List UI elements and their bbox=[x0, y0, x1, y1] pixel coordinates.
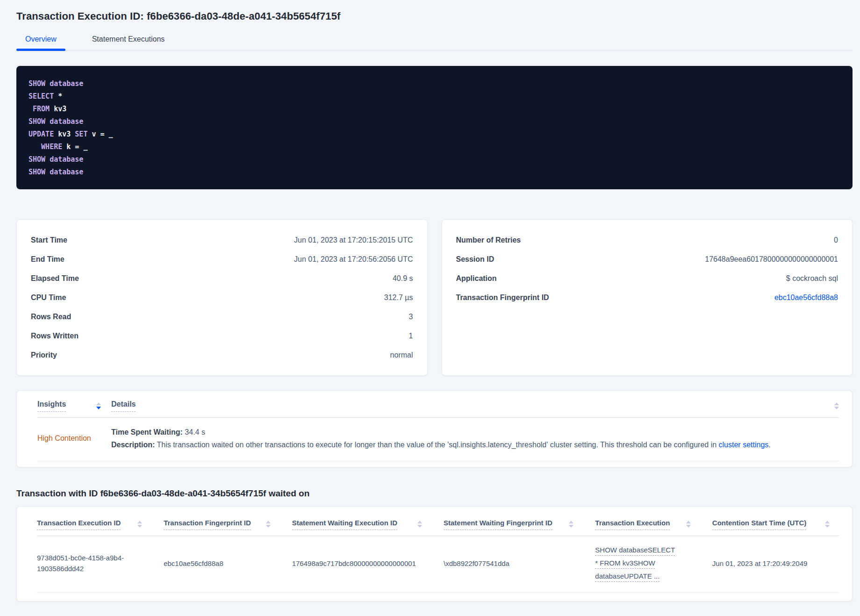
sql-line: SELECT * bbox=[29, 90, 840, 103]
stat-label: Start Time bbox=[31, 236, 67, 244]
stat-row: Rows Read 3 bbox=[31, 307, 413, 326]
sql-token: UPDATE bbox=[29, 130, 54, 138]
stat-row: Priority normal bbox=[31, 345, 413, 365]
details-column-label[interactable]: Details bbox=[111, 400, 136, 412]
column-header-insights[interactable]: Insights bbox=[37, 400, 111, 412]
column-header-statement-waiting-execution-id[interactable]: Statement Waiting Execution ID bbox=[292, 519, 444, 530]
sql-line: FROM kv3 bbox=[29, 103, 840, 115]
transaction-execution-statement-link[interactable]: SHOW databaseSELECT * FROM kv3SHOW datab… bbox=[595, 544, 679, 583]
sort-arrows-icon[interactable] bbox=[825, 521, 830, 528]
insight-badge: High Contention bbox=[37, 428, 111, 449]
stat-row: Elapsed Time 40.9 s bbox=[31, 269, 413, 288]
sql-token: FROM bbox=[29, 105, 50, 113]
tab-overview[interactable]: Overview bbox=[16, 35, 65, 50]
column-header-statement-waiting-fingerprint-id[interactable]: Statement Waiting Fingerprint ID bbox=[444, 519, 595, 530]
stat-label: Priority bbox=[31, 351, 57, 359]
sql-token: WHERE bbox=[41, 143, 62, 151]
stat-row: Rows Written 1 bbox=[31, 326, 413, 345]
column-header-transaction-execution[interactable]: Transaction Execution bbox=[595, 519, 712, 530]
sql-statements-box: SHOW databaseSELECT * FROM kv3SHOW datab… bbox=[16, 66, 853, 189]
sort-arrows-icon[interactable] bbox=[569, 521, 573, 528]
stat-value: Jun 01, 2023 at 17:20:15:2015 UTC bbox=[294, 236, 413, 244]
sql-line: SHOW database bbox=[29, 115, 840, 128]
cluster-settings-link[interactable]: cluster settings bbox=[719, 441, 769, 449]
sql-line: SHOW database bbox=[29, 153, 840, 166]
insights-table-card: Insights Details High Contention Time Sp… bbox=[16, 390, 853, 467]
sql-line: SHOW database bbox=[29, 78, 840, 90]
tab-statement-executions[interactable]: Statement Executions bbox=[83, 35, 174, 50]
stat-row: Application $ cockroach sql bbox=[456, 269, 838, 288]
insights-column-label[interactable]: Insights bbox=[37, 400, 66, 412]
sort-arrows-icon[interactable] bbox=[834, 402, 839, 409]
cell-contention-start-time: Jun 01, 2023 at 17:20:49:2049 bbox=[712, 559, 839, 567]
time-spent-waiting: Time Spent Waiting: 34.4 s bbox=[111, 428, 771, 437]
description-period: . bbox=[768, 441, 770, 449]
stat-value: 40.9 s bbox=[393, 274, 413, 283]
stat-label: End Time bbox=[31, 255, 64, 264]
stat-row: Number of Retries 0 bbox=[456, 230, 838, 250]
session-summary-card: Number of Retries 0 Session ID 17648a9ee… bbox=[442, 219, 853, 376]
sql-line: WHERE k = _ bbox=[29, 141, 840, 153]
stat-value: 3 bbox=[409, 313, 413, 321]
stat-label: Rows Read bbox=[31, 313, 71, 321]
waited-on-table-header: Transaction Execution ID Transaction Fin… bbox=[37, 519, 839, 536]
sql-line: UPDATE kv3 SET v = _ bbox=[29, 128, 840, 141]
stat-label: Transaction Fingerprint ID bbox=[456, 294, 549, 302]
sql-token: v = _ bbox=[87, 130, 113, 138]
stat-value: Jun 01, 2023 at 17:20:56:2056 UTC bbox=[294, 255, 413, 264]
sql-token: SELECT bbox=[29, 92, 54, 100]
stat-label: Number of Retries bbox=[456, 236, 521, 244]
column-header-transaction-fingerprint-id[interactable]: Transaction Fingerprint ID bbox=[164, 519, 292, 530]
stat-row: End Time Jun 01, 2023 at 17:20:56:2056 U… bbox=[31, 250, 413, 269]
sort-arrows-icon[interactable] bbox=[137, 521, 142, 528]
sort-arrows-icon[interactable] bbox=[686, 521, 691, 528]
stat-row: CPU Time 312.7 µs bbox=[31, 288, 413, 307]
sql-token: SHOW database bbox=[29, 155, 83, 164]
sql-token: SHOW database bbox=[29, 79, 83, 88]
stat-label: Elapsed Time bbox=[31, 274, 79, 283]
transaction-fingerprint-link[interactable]: ebc10ae56cfd88a8 bbox=[774, 294, 838, 302]
stat-value: 1 bbox=[409, 332, 413, 340]
stat-value: $ cockroach sql bbox=[786, 274, 838, 283]
column-header-contention-start-time[interactable]: Contention Start Time (UTC) bbox=[712, 519, 839, 530]
sort-arrows-icon[interactable] bbox=[96, 402, 101, 409]
sql-token: k = _ bbox=[62, 143, 87, 151]
stat-label: CPU Time bbox=[31, 294, 66, 302]
waiting-value: 34.4 s bbox=[183, 428, 205, 436]
sql-token: SHOW database bbox=[29, 168, 83, 176]
insight-row: High Contention Time Spent Waiting: 34.4… bbox=[37, 418, 839, 461]
summary-cards-row: Start Time Jun 01, 2023 at 17:20:15:2015… bbox=[16, 219, 853, 376]
sort-arrows-icon[interactable] bbox=[266, 521, 271, 528]
sql-token: SHOW database bbox=[29, 117, 83, 126]
page-title: Transaction Execution ID: f6be6366-da03-… bbox=[16, 10, 853, 22]
tab-bar: Overview Statement Executions bbox=[16, 35, 853, 50]
timing-summary-card: Start Time Jun 01, 2023 at 17:20:15:2015… bbox=[16, 219, 428, 376]
stat-value: 312.7 µs bbox=[384, 294, 413, 302]
description-label: Description: bbox=[111, 441, 155, 449]
description-text: This transaction waited on other transac… bbox=[155, 441, 718, 449]
sql-token: kv3 bbox=[54, 130, 75, 138]
sort-arrows-icon[interactable] bbox=[417, 521, 422, 528]
cell-statement-waiting-execution-id: 176498a9c717bdc80000000000000001 bbox=[292, 559, 444, 567]
stat-value: 0 bbox=[834, 236, 838, 244]
cell-transaction-execution-id: 9738d051-bc0e-4158-a9b4-1903586ddd42 bbox=[37, 552, 164, 574]
stat-label: Rows Written bbox=[31, 332, 79, 340]
stat-value: 17648a9eea6017800000000000000001 bbox=[705, 255, 838, 264]
stat-row: Transaction Fingerprint ID ebc10ae56cfd8… bbox=[456, 288, 838, 307]
cell-transaction-execution: SHOW databaseSELECT * FROM kv3SHOW datab… bbox=[595, 544, 712, 583]
column-header-transaction-execution-id[interactable]: Transaction Execution ID bbox=[37, 519, 164, 530]
cell-transaction-fingerprint-id: ebc10ae56cfd88a8 bbox=[164, 559, 292, 567]
insight-details: Time Spent Waiting: 34.4 s Description: … bbox=[111, 428, 771, 449]
sql-token: * bbox=[54, 92, 62, 100]
stat-label: Session ID bbox=[456, 255, 494, 264]
insight-description: Description: This transaction waited on … bbox=[111, 441, 771, 449]
sql-line: SHOW database bbox=[29, 166, 840, 179]
waited-on-table-card: Transaction Execution ID Transaction Fin… bbox=[16, 506, 853, 602]
table-row: 9738d051-bc0e-4158-a9b4-1903586ddd42 ebc… bbox=[37, 536, 839, 593]
stat-label: Application bbox=[456, 274, 497, 283]
transaction-details-page: Transaction Execution ID: f6be6366-da03-… bbox=[0, 10, 860, 602]
stat-row: Start Time Jun 01, 2023 at 17:20:15:2015… bbox=[31, 230, 413, 250]
waited-on-heading: Transaction with ID f6be6366-da03-48de-a… bbox=[16, 488, 853, 499]
stat-value: normal bbox=[390, 351, 413, 359]
waiting-label: Time Spent Waiting: bbox=[111, 428, 183, 436]
